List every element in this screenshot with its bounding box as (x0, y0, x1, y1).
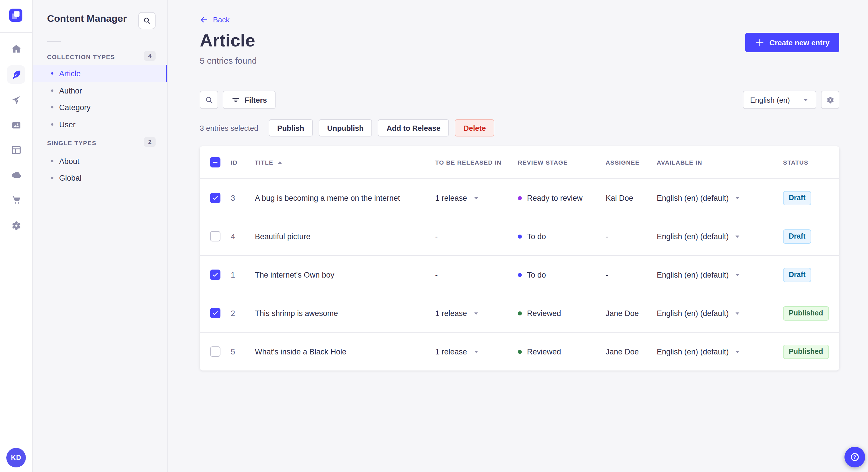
search-entries-button[interactable] (200, 91, 218, 109)
row-checkbox[interactable] (210, 193, 220, 203)
chevron-down-icon (735, 233, 741, 239)
table-row[interactable]: 5What's inside a Black Hole1 releaseRevi… (200, 332, 839, 370)
entry-title: The internet's Own boy (255, 270, 435, 279)
toolbar: Filters English (en) (200, 91, 839, 109)
chevron-down-icon (473, 310, 479, 316)
main-area: Back Article 5 entries found Create new … (167, 0, 868, 472)
selection-bar: 3 entries selected Publish Unpublish Add… (200, 119, 495, 136)
release-cell: 1 release (435, 347, 518, 356)
locale-dropdown[interactable]: English (en) (default) (657, 194, 741, 202)
entries-table: ID TITLE TO BE RELEASED IN REVIEW STAGE … (200, 146, 839, 370)
sidebar-search-button[interactable] (138, 12, 156, 29)
status-cell: Published (783, 344, 839, 359)
bullet-icon (51, 160, 53, 162)
status-badge: Draft (783, 191, 811, 205)
rail-divider (0, 32, 32, 33)
column-header-status[interactable]: STATUS (783, 159, 839, 166)
sidebar-item-about[interactable]: About (33, 153, 167, 170)
gear-icon (826, 96, 834, 104)
column-header-id[interactable]: ID (231, 159, 255, 166)
assignee-cell: - (606, 232, 657, 241)
entry-id: 2 (231, 309, 255, 317)
content-manager-icon[interactable] (7, 65, 25, 84)
sidebar-item-user[interactable]: User (33, 116, 167, 133)
release-label: 1 release (435, 347, 467, 356)
release-dropdown[interactable]: 1 release (435, 347, 479, 356)
settings-gear-icon[interactable] (7, 216, 25, 235)
column-header-title[interactable]: TITLE (255, 159, 435, 166)
chevron-down-icon (803, 97, 809, 103)
select-all-checkbox[interactable] (210, 157, 220, 167)
locale-label: English (en) (default) (657, 232, 729, 241)
release-dropdown[interactable]: 1 release (435, 309, 479, 317)
review-stage-cell: To do (518, 232, 606, 241)
sidebar-title: Content Manager (47, 13, 127, 25)
unpublish-button[interactable]: Unpublish (319, 119, 372, 136)
deploy-cloud-icon[interactable] (7, 165, 25, 183)
locale-select[interactable]: English (en) (743, 91, 816, 109)
table-row[interactable]: 4Beautiful picture-To do-English (en) (d… (200, 217, 839, 255)
chevron-down-icon (735, 310, 741, 316)
back-link[interactable]: Back (200, 15, 229, 24)
plus-icon (755, 38, 765, 47)
stage-dot-icon (518, 234, 522, 238)
column-header-review-stage[interactable]: REVIEW STAGE (518, 159, 606, 166)
release-dropdown[interactable]: 1 release (435, 194, 479, 202)
sort-asc-icon (277, 159, 283, 165)
user-avatar[interactable]: KD (6, 448, 26, 467)
locale-dropdown[interactable]: English (en) (default) (657, 232, 741, 241)
table-row[interactable]: 1The internet's Own boy-To do-English (e… (200, 255, 839, 294)
entry-id: 1 (231, 270, 255, 279)
single-types-count: 2 (144, 137, 156, 147)
check-icon (212, 194, 219, 201)
bullet-icon (51, 177, 53, 179)
status-cell: Draft (783, 268, 839, 282)
help-button[interactable]: ? (844, 447, 865, 467)
view-settings-button[interactable] (821, 91, 839, 109)
content-manager-sidebar: Content Manager COLLECTION TYPES 4 Artic… (33, 0, 167, 472)
stage-dot-icon (518, 311, 522, 315)
assignee-cell: Jane Doe (606, 309, 657, 317)
media-library-icon[interactable] (7, 116, 25, 134)
column-header-assignee[interactable]: ASSIGNEE (606, 159, 657, 166)
stage-label: Reviewed (527, 347, 561, 356)
delete-button[interactable]: Delete (455, 119, 495, 136)
arrow-left-icon (200, 15, 208, 24)
home-icon[interactable] (7, 40, 25, 58)
locale-dropdown[interactable]: English (en) (default) (657, 270, 741, 279)
sidebar-item-category[interactable]: Category (33, 99, 167, 116)
releases-icon[interactable] (7, 91, 25, 109)
column-header-release[interactable]: TO BE RELEASED IN (435, 159, 518, 166)
sidebar-item-article[interactable]: Article (33, 65, 167, 82)
row-checkbox[interactable] (210, 308, 220, 318)
chevron-down-icon (473, 195, 479, 201)
table-row[interactable]: 2This shrimp is awesome1 releaseReviewed… (200, 294, 839, 332)
available-in-cell: English (en) (default) (657, 347, 783, 356)
sidebar-item-label: Global (59, 173, 82, 182)
page-title: Article (200, 30, 255, 51)
assignee-cell: - (606, 270, 657, 279)
content-type-builder-icon[interactable] (7, 140, 25, 159)
stage-dot-icon (518, 349, 522, 353)
marketplace-cart-icon[interactable] (7, 191, 25, 209)
strapi-logo[interactable] (9, 9, 22, 22)
sidebar-item-author[interactable]: Author (33, 82, 167, 99)
add-to-release-button[interactable]: Add to Release (378, 119, 449, 136)
filters-button[interactable]: Filters (223, 91, 276, 109)
back-label: Back (213, 15, 229, 24)
column-header-available-in[interactable]: AVAILABLE IN (657, 159, 783, 166)
locale-dropdown[interactable]: English (en) (default) (657, 347, 741, 356)
entry-title: What's inside a Black Hole (255, 347, 435, 356)
row-checkbox[interactable] (210, 270, 220, 280)
entry-title: This shrimp is awesome (255, 309, 435, 317)
publish-button[interactable]: Publish (269, 119, 313, 136)
create-new-entry-button[interactable]: Create new entry (745, 33, 839, 52)
row-checkbox[interactable] (210, 346, 220, 357)
locale-dropdown[interactable]: English (en) (default) (657, 309, 741, 317)
row-checkbox[interactable] (210, 231, 220, 241)
sidebar-item-label: Article (59, 69, 81, 78)
chevron-down-icon (735, 195, 741, 201)
locale-label: English (en) (default) (657, 270, 729, 279)
table-row[interactable]: 3A bug is becoming a meme on the interne… (200, 179, 839, 217)
sidebar-item-global[interactable]: Global (33, 169, 167, 187)
